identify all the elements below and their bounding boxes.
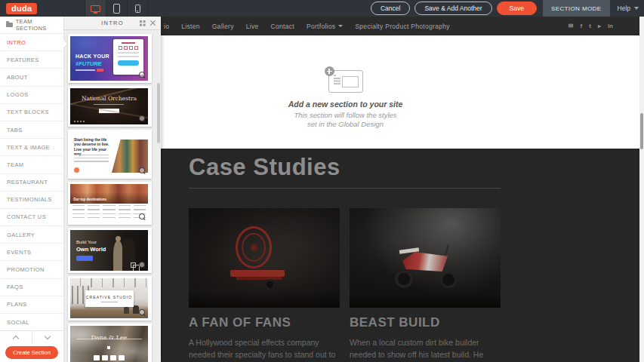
site-navbar: io Listen Gallery Live Contact Portfolio… [161,17,639,35]
magnifier-icon[interactable] [139,262,146,268]
sidebar-item-contact-us[interactable]: CONTACT US [0,209,63,226]
thumb-title: CREATIVE STUDIO [85,295,134,299]
section-mode-badge: SECTION MODE [543,0,610,17]
panel-title: INTRO [64,20,161,26]
site-preview: io Listen Gallery Live Contact Portfolio… [161,17,639,362]
sidebar-item-events[interactable]: EVENTS [0,244,63,261]
sidebar-item-intro[interactable]: INTRO [0,34,63,51]
youtube-icon[interactable]: ▸ [598,23,601,29]
sidebar-item-gallery[interactable]: GALLERY [0,226,63,244]
section-placeholder-icon [328,70,363,93]
sidebar-item-plans[interactable]: PLANS [0,296,63,314]
sidebar-item-logos[interactable]: LOGOS [0,87,63,104]
mobile-view-button[interactable] [127,0,148,17]
grid-view-icon[interactable] [140,20,146,26]
sidebar-item-restaurant[interactable]: RESTAURANT [0,174,63,192]
case-title: BEAST BUILD [350,315,501,330]
page-scrollbar[interactable] [639,17,644,362]
case-studies-section: Case Studies A FAN OF FANS A Hollywood s… [161,149,639,362]
sidebar-item-tabs[interactable]: TABS [0,121,63,139]
site-nav-item-bio[interactable]: io [164,23,169,30]
signup-form-card [113,39,143,75]
email-icon[interactable]: ✉ [569,23,574,29]
folder-icon [6,23,13,28]
thumbnail-hack-your-future[interactable]: HACK YOUR #FUTURE [68,34,152,83]
thumb-title: #FUTURE [75,60,102,67]
thumb-heading: Start living the life you deserve to liv… [74,137,113,157]
case-card-fan-of-fans: A FAN OF FANS A Hollywood special effect… [189,208,340,362]
sidebar-item-promotion[interactable]: PROMOTION [0,261,63,278]
bullet-icon [74,167,79,173]
desktop-view-button[interactable] [85,0,106,17]
tablet-view-button[interactable] [106,0,127,17]
sidebar-item-features[interactable]: FEATURES [0,51,63,69]
sidebar-item-faqs[interactable]: FAQS [0,279,63,296]
add-section-area: Add a new section to your site This sect… [161,35,639,149]
site-nav-item-portfolios[interactable]: Portfolios [307,23,343,30]
empty-state-title: Add a new section to your site [288,100,403,109]
magnifier-icon[interactable] [139,167,146,174]
facebook-icon[interactable]: f [581,23,583,29]
thumb-title: Dana & Lee [70,334,148,341]
site-nav-item-live[interactable]: Live [246,23,259,30]
site-nav-item-contact[interactable]: Contact [271,23,294,30]
sections-sidebar: TEAM SECTIONS INTRO FEATURES ABOUT LOGOS… [0,17,64,362]
thumbnail-list: HACK YOUR #FUTURE National Orchestra [64,30,161,362]
sidebar-item-text-blocks[interactable]: TEXT BLOCKS [0,104,63,121]
countdown-blocks [70,355,148,360]
site-nav-item-gallery[interactable]: Gallery [212,23,234,30]
chevron-down-icon [45,333,51,339]
editor-topbar: duda Cancel Save & Add Another Save SECT… [0,0,644,17]
panel-scrollbar[interactable] [157,83,160,143]
case-text: A Hollywood special effects company need… [189,337,340,362]
thumbnail-build-your-own-world[interactable]: Build Your Own World [68,228,152,273]
sidebar-item-social[interactable]: SOCIAL [0,314,63,330]
thumb-title: Own World [76,246,106,253]
thumbnail-live-your-way[interactable]: Start living the life you deserve to liv… [68,130,152,179]
thumb-card: CREATIVE STUDIO [85,290,134,307]
sidebar-header-label: TEAM SECTIONS [16,18,63,32]
sidebar-item-testimonials[interactable]: TESTIMONIALS [0,192,63,209]
duda-logo: duda [6,3,37,14]
close-icon[interactable] [149,20,156,26]
chevron-down-icon[interactable] [634,7,639,10]
layers-icon [131,262,136,268]
monitor-icon [91,5,100,12]
thumbnail-national-orchestra[interactable]: National Orchestra [68,86,152,127]
thumb-title: HACK YOUR [75,54,109,59]
thumb-caption: Our top destinations [73,198,106,201]
section-thumbnails-panel: INTRO HACK YOUR #FUTURE National Orchest… [64,17,161,362]
help-menu[interactable]: Help [618,5,630,12]
magnifier-icon[interactable] [139,72,146,78]
sidebar-footer: Create Section [0,330,63,362]
thumbnail-top-destinations[interactable]: Our top destinations [68,182,152,225]
site-nav-item-specialty[interactable]: Specialty Product Photography [355,23,449,30]
thumb-title: National Orchestra [70,95,148,102]
sidebar-item-about[interactable]: ABOUT [0,69,63,86]
sidebar-list: INTRO FEATURES ABOUT LOGOS TEXT BLOCKS T… [0,34,63,330]
dirt-bike-image [350,208,501,308]
save-button[interactable]: Save [497,2,537,15]
twitter-icon[interactable]: t [589,23,591,29]
panel-header: INTRO [64,17,161,30]
magnifier-icon[interactable] [139,213,146,220]
destinations-table [72,205,146,220]
scroll-down-button[interactable] [32,331,64,344]
scroll-up-button[interactable] [0,331,32,344]
thumbnail-creative-studio[interactable]: CREATIVE STUDIO [68,276,152,321]
sidebar-header: TEAM SECTIONS [0,17,63,34]
magnifier-icon[interactable] [139,309,146,316]
create-section-button[interactable]: Create Section [5,346,58,359]
thumbnail-dana-lee[interactable]: Dana & Lee [68,324,152,362]
thumb-title: Build Your [76,240,97,244]
cancel-button[interactable]: Cancel [371,2,410,15]
save-add-another-button[interactable]: Save & Add Another [414,2,491,15]
sidebar-item-text-image[interactable]: TEXT & IMAGE [0,139,63,156]
scrollbar-thumb[interactable] [640,113,643,149]
sidebar-item-team[interactable]: TEAM [0,156,63,173]
case-title: A FAN OF FANS [189,315,340,330]
linkedin-icon[interactable]: in [608,23,613,29]
add-section-dropzone[interactable]: Add a new section to your site This sect… [189,70,502,129]
site-nav-item-listen[interactable]: Listen [181,23,199,30]
magnifier-icon[interactable] [139,115,146,122]
